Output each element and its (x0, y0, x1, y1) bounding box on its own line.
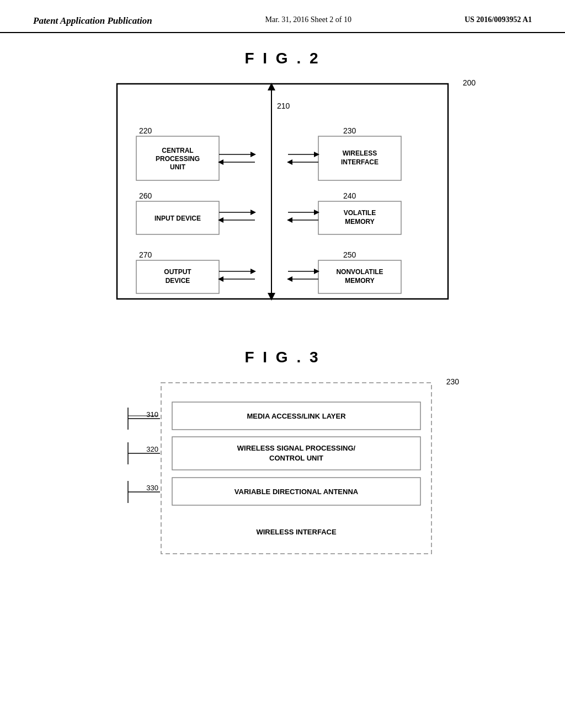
fig2-svg: 210 220 CENTRAL PROCESSING UNIT 230 WIRE… (95, 78, 470, 315)
svg-text:250: 250 (343, 250, 356, 259)
fig3-ref-number: 230 (446, 377, 459, 386)
svg-text:CONTROL UNIT: CONTROL UNIT (269, 454, 323, 462)
svg-text:MEDIA ACCESS/LINK LAYER: MEDIA ACCESS/LINK LAYER (247, 412, 346, 420)
svg-text:WIRELESS: WIRELESS (343, 149, 377, 157)
fig2-diagram: 200 210 220 CENTRAL PROCESSING UNIT (89, 78, 476, 315)
page-header: Patent Application Publication Mar. 31, … (0, 0, 565, 33)
fig3-svg: 310 MEDIA ACCESS/LINK LAYER 320 WIRELESS… (117, 377, 448, 565)
fig3-diagram: 230 310 MEDIA ACCESS/LINK LAYER 320 WIRE… (111, 377, 454, 565)
fig2-ref-number: 200 (463, 78, 476, 87)
svg-text:DEVICE: DEVICE (166, 277, 190, 285)
fig2-label: F I G . 2 (33, 50, 532, 67)
svg-marker-13 (250, 152, 256, 157)
svg-marker-28 (250, 210, 256, 215)
svg-marker-44 (250, 269, 256, 274)
svg-text:210: 210 (277, 101, 290, 110)
svg-rect-65 (172, 437, 420, 470)
svg-text:WIRELESS INTERFACE: WIRELESS INTERFACE (256, 528, 337, 536)
svg-text:320: 320 (146, 445, 158, 453)
svg-text:230: 230 (343, 126, 356, 135)
svg-text:VOLATILE: VOLATILE (344, 209, 376, 217)
svg-text:330: 330 (146, 484, 158, 492)
fig3-label: F I G . 3 (33, 349, 532, 366)
publication-meta: Mar. 31, 2016 Sheet 2 of 10 (265, 15, 351, 24)
svg-text:UNIT: UNIT (170, 163, 186, 171)
svg-text:220: 220 (139, 126, 152, 135)
svg-text:270: 270 (139, 250, 152, 259)
svg-text:MEMORY: MEMORY (345, 277, 375, 285)
svg-text:WIRELESS SIGNAL PROCESSING/: WIRELESS SIGNAL PROCESSING/ (237, 444, 356, 452)
svg-text:OUTPUT: OUTPUT (164, 268, 191, 276)
svg-text:310: 310 (146, 410, 158, 419)
svg-text:VARIABLE DIRECTIONAL ANTENNA: VARIABLE DIRECTIONAL ANTENNA (234, 488, 359, 496)
svg-text:CENTRAL: CENTRAL (162, 147, 193, 154)
svg-text:PROCESSING: PROCESSING (156, 155, 200, 163)
svg-marker-23 (287, 159, 292, 165)
page-content: F I G . 2 200 210 220 CENTRAL PROCESSI (0, 33, 565, 581)
svg-text:INTERFACE: INTERFACE (341, 158, 379, 166)
svg-text:MEMORY: MEMORY (345, 218, 375, 226)
svg-text:240: 240 (343, 191, 356, 200)
svg-marker-38 (287, 217, 292, 223)
publication-type: Patent Application Publication (33, 15, 152, 26)
svg-marker-54 (287, 276, 292, 282)
svg-text:260: 260 (139, 191, 152, 200)
svg-text:INPUT DEVICE: INPUT DEVICE (154, 215, 201, 222)
svg-text:NONVOLATILE: NONVOLATILE (336, 268, 383, 276)
publication-number: US 2016/0093952 A1 (465, 15, 532, 24)
